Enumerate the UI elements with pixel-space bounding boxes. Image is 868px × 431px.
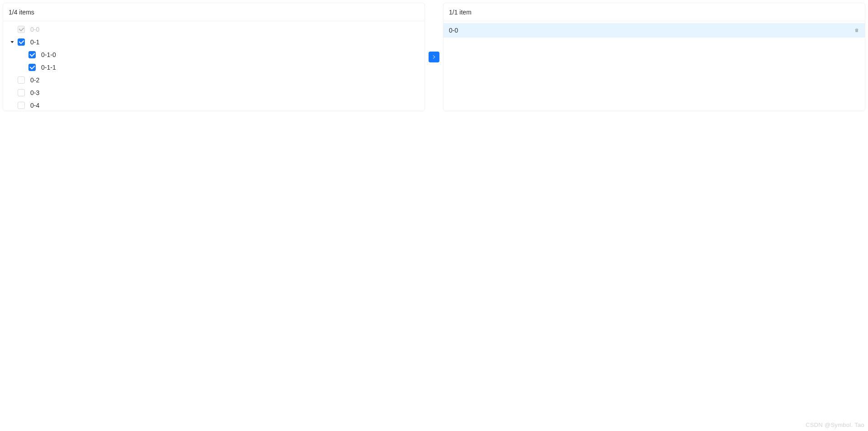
target-panel: 1/1 item 0-0 [443,3,865,111]
tree-node-0-4: 0-4 [3,99,425,111]
tree-node-0-1: 0-1 [3,36,425,48]
tree-title[interactable]: 0-3 [28,89,41,96]
source-tree: 0-00-10-1-00-1-10-20-30-4 [3,21,425,111]
tree-indent [7,55,18,55]
tree-node-0-2: 0-2 [3,74,425,86]
tree-title[interactable]: 0-4 [28,102,41,109]
tree-node-0-1-1: 0-1-1 [3,61,425,74]
target-panel-header: 1/1 item [443,3,865,21]
tree-checkbox-0-2[interactable] [18,76,25,84]
tree-title: 0-0 [28,26,41,33]
watermark-text: CSDN @Symbol. Tao [806,422,864,428]
tree-checkbox-0-0 [18,26,25,33]
tree-node-0-1-0: 0-1-0 [3,48,425,61]
tree-checkbox-0-1[interactable] [18,38,25,46]
caret-down-icon[interactable] [7,37,18,47]
transfer: 1/4 items 0-00-10-1-00-1-10-20-30-4 1/1 … [0,0,868,114]
tree-title[interactable]: 0-2 [28,76,41,84]
tree-indent [7,67,18,68]
tree-node-0-0: 0-0 [3,23,425,36]
tree-title[interactable]: 0-1-0 [39,51,58,58]
tree-node-0-3: 0-3 [3,86,425,99]
tree-checkbox-0-1-0[interactable] [28,51,36,58]
operation-column [425,3,443,111]
source-panel-header: 1/4 items [3,3,425,21]
chevron-right-icon [432,55,436,59]
list-item-label: 0-0 [449,27,458,34]
tree-checkbox-0-3[interactable] [18,89,25,96]
transfer-right-button[interactable] [429,52,439,62]
target-count-text: 1/1 item [449,9,472,16]
tree-title[interactable]: 0-1-1 [39,64,58,71]
tree-checkbox-0-4[interactable] [18,102,25,109]
tree-checkbox-0-1-1[interactable] [28,64,36,71]
source-panel: 1/4 items 0-00-10-1-00-1-10-20-30-4 [3,3,425,111]
list-item-0-0[interactable]: 0-0 [443,23,865,38]
delete-icon[interactable] [854,28,859,33]
target-list: 0-0 [443,21,865,111]
tree-title[interactable]: 0-1 [28,38,41,46]
source-count-text: 1/4 items [9,9,34,16]
